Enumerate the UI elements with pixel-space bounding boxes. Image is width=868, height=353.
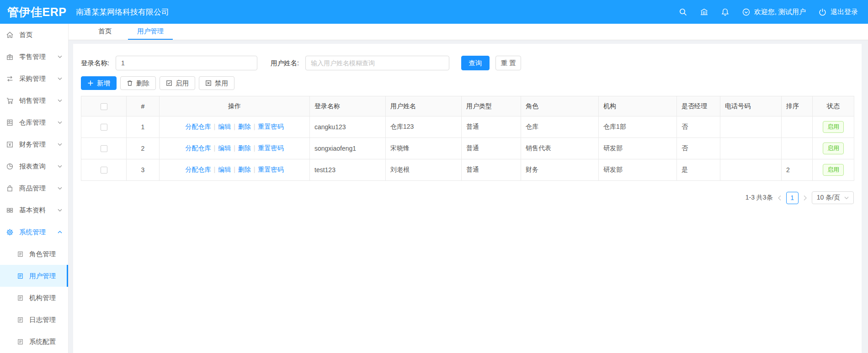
delete-link[interactable]: 删除 <box>238 123 251 130</box>
cell-org: 研发部 <box>599 138 677 159</box>
app-logo: 管伊佳ERP <box>0 5 69 20</box>
sidebar-item-warehouse[interactable]: 仓库管理 <box>0 111 68 133</box>
cell-manager: 否 <box>677 138 720 159</box>
sidebar-item-system[interactable]: 系统管理 <box>0 221 68 243</box>
chevron-down-icon <box>58 187 62 190</box>
sidebar-item-goods[interactable]: 商品管理 <box>0 177 68 199</box>
query-button[interactable]: 查询 <box>461 56 490 70</box>
row-checkbox[interactable] <box>101 167 107 174</box>
logout-button[interactable]: 退出登录 <box>818 8 858 16</box>
next-page-icon[interactable] <box>803 195 807 201</box>
disable-button[interactable]: 禁用 <box>199 76 234 90</box>
welcome-user[interactable]: 欢迎您, 测试用户 <box>742 8 806 16</box>
row-checkbox[interactable] <box>101 124 107 131</box>
home-icon <box>6 31 14 39</box>
table-row: 3 分配仓库|编辑|删除|重置密码 test123 刘老根 普通 财务 研发部 … <box>81 159 854 181</box>
bell-icon[interactable] <box>721 8 730 16</box>
sidebar-item-home[interactable]: 首页 <box>0 24 68 46</box>
sidebar-label: 机构管理 <box>29 294 56 302</box>
x-square-icon <box>205 80 212 86</box>
assign-warehouse-link[interactable]: 分配仓库 <box>186 123 211 130</box>
cell-operations: 分配仓库|编辑|删除|重置密码 <box>160 138 310 159</box>
edit-link[interactable]: 编辑 <box>218 166 231 173</box>
doc-icon <box>17 338 24 345</box>
reset-password-link[interactable]: 重置密码 <box>258 123 283 130</box>
sidebar-item-org-mgmt[interactable]: 机构管理 <box>0 287 68 309</box>
add-button[interactable]: 新增 <box>81 76 117 90</box>
edit-link[interactable]: 编辑 <box>218 144 231 152</box>
row-checkbox[interactable] <box>101 145 107 152</box>
reset-password-link[interactable]: 重置密码 <box>258 144 283 152</box>
check-square-icon <box>166 80 172 86</box>
cell-login: songxiaofeng1 <box>310 138 386 159</box>
prev-page-icon[interactable] <box>777 195 782 201</box>
delete-link[interactable]: 删除 <box>238 166 251 173</box>
sidebar-item-finance[interactable]: 财务管理 <box>0 133 68 155</box>
sidebar-label: 商品管理 <box>19 184 46 193</box>
status-badge[interactable]: 启用 <box>823 142 844 154</box>
doc-icon <box>17 316 24 323</box>
cell-login: test123 <box>310 159 386 181</box>
sidebar-item-log-mgmt[interactable]: 日志管理 <box>0 309 68 331</box>
sidebar: 首页 零售管理 采购管理 销售管理 仓库管理 <box>0 24 69 353</box>
logout-text: 退出登录 <box>831 8 858 16</box>
cell-manager: 是 <box>677 159 720 181</box>
sidebar-item-role-mgmt[interactable]: 角色管理 <box>0 243 68 265</box>
main-area: 首页 用户管理 登录名称: 用户姓名: 查询 重 置 新增 <box>69 24 868 353</box>
tab-home[interactable]: 首页 <box>89 24 121 40</box>
sidebar-label: 仓库管理 <box>19 118 46 127</box>
bank-icon[interactable] <box>700 8 708 16</box>
sidebar-item-retail[interactable]: 零售管理 <box>0 46 68 68</box>
link-separator: | <box>234 123 235 130</box>
edit-link[interactable]: 编辑 <box>218 123 231 130</box>
chevron-up-icon <box>58 231 62 234</box>
sidebar-label: 系统配置 <box>29 337 56 346</box>
enable-button[interactable]: 启用 <box>160 76 195 90</box>
assign-warehouse-link[interactable]: 分配仓库 <box>186 166 211 173</box>
reset-button[interactable]: 重 置 <box>495 56 521 70</box>
sidebar-item-basic-data[interactable]: 基本资料 <box>0 199 68 221</box>
frame: 首页 零售管理 采购管理 销售管理 仓库管理 <box>0 24 868 353</box>
disable-button-label: 禁用 <box>215 79 228 88</box>
page-size-select[interactable]: 10 条/页 <box>812 191 854 204</box>
cell-name: 仓库123 <box>386 116 462 138</box>
cell-index: 1 <box>127 116 160 138</box>
assign-warehouse-link[interactable]: 分配仓库 <box>186 144 211 152</box>
login-name-input[interactable] <box>116 56 257 70</box>
delete-button[interactable]: 删除 <box>120 76 156 90</box>
cell-index: 2 <box>127 138 160 159</box>
cell-role: 财务 <box>521 159 599 181</box>
tab-bar: 首页 用户管理 <box>69 24 868 40</box>
pagination-total: 1-3 共3条 <box>746 194 773 202</box>
reset-password-link[interactable]: 重置密码 <box>258 166 283 173</box>
cell-role: 仓库 <box>521 116 599 138</box>
sidebar-item-system-config[interactable]: 系统配置 <box>0 331 68 353</box>
sidebar-item-purchase[interactable]: 采购管理 <box>0 68 68 90</box>
sidebar-item-reports[interactable]: 报表查询 <box>0 155 68 177</box>
cell-name: 宋晓锋 <box>386 138 462 159</box>
sidebar-item-user-mgmt[interactable]: 用户管理 <box>0 265 68 287</box>
sidebar-label: 财务管理 <box>19 140 46 149</box>
select-all-checkbox[interactable] <box>101 103 107 110</box>
user-table: # 操作 登录名称 用户姓名 用户类型 角色 机构 是否经理 电话号码 排序 状… <box>81 96 854 181</box>
pagination: 1-3 共3条 1 10 条/页 <box>81 191 854 204</box>
status-badge[interactable]: 启用 <box>823 121 844 133</box>
user-name-input[interactable] <box>305 56 449 70</box>
page-number-current[interactable]: 1 <box>786 192 799 204</box>
tab-user-mgmt[interactable]: 用户管理 <box>128 24 173 40</box>
link-separator: | <box>254 123 256 130</box>
link-separator: | <box>214 144 216 152</box>
sidebar-label: 报表查询 <box>19 162 46 171</box>
sidebar-item-sales[interactable]: 销售管理 <box>0 90 68 111</box>
retail-icon <box>6 53 14 61</box>
search-form: 登录名称: 用户姓名: 查询 重 置 <box>81 56 854 70</box>
delete-link[interactable]: 删除 <box>238 144 251 152</box>
top-header: 管伊佳ERP 南通某某网络科技有限公司 欢迎您, 测试用户 退出登录 <box>0 0 868 24</box>
cell-type: 普通 <box>462 138 521 159</box>
search-icon[interactable] <box>679 8 687 16</box>
status-badge[interactable]: 启用 <box>823 164 844 176</box>
cell-manager: 否 <box>677 116 720 138</box>
cell-sort <box>782 116 813 138</box>
doc-icon <box>17 251 24 258</box>
table-row: 1 分配仓库|编辑|删除|重置密码 cangku123 仓库123 普通 仓库 … <box>81 116 854 138</box>
